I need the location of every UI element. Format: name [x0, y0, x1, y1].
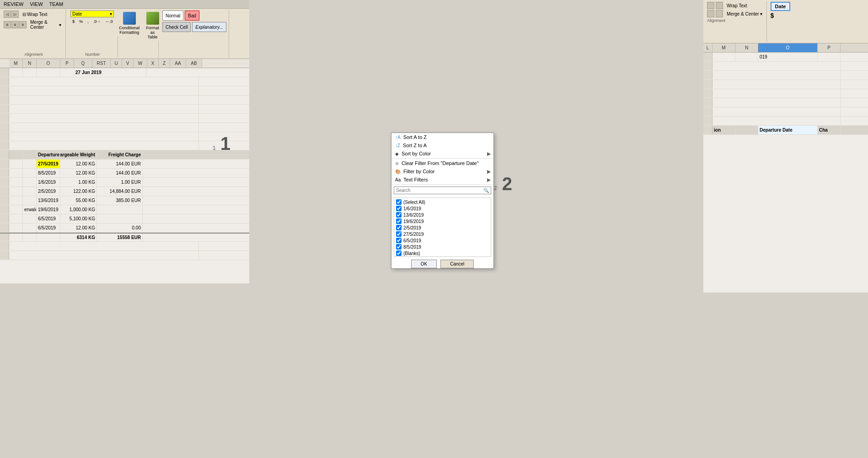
right-header-cha[interactable]: Cha — [818, 126, 841, 134]
date-d3[interactable]: 2/5/2019 — [37, 187, 60, 196]
filter-by-color-item[interactable]: 🎨 Filter by Color ▶ — [391, 167, 493, 176]
cell-empty-2[interactable] — [9, 86, 199, 95]
cell-empty-8[interactable] — [9, 141, 199, 150]
cell-empty-5[interactable] — [9, 114, 199, 122]
align-right-icon[interactable]: ≡ — [19, 21, 27, 28]
right-header-departure-date[interactable]: Departure Date — [758, 126, 818, 134]
cell-d4M[interactable] — [9, 196, 23, 205]
bad-style-button[interactable]: Bad — [185, 11, 199, 21]
checkbox-2-5-2019[interactable]: 2/5/2019 — [395, 224, 490, 231]
cell-below-2[interactable] — [9, 251, 199, 260]
right-merge-center[interactable]: Merge & Center ▾ — [724, 11, 765, 17]
right-cell-empty-4[interactable] — [713, 89, 841, 98]
checkbox-8-5-2019[interactable]: 8/5/2019 — [395, 244, 490, 250]
sort-z-to-a-item[interactable]: ↓Z Sort Z to A — [391, 141, 493, 149]
charge-d5[interactable] — [97, 205, 143, 214]
col-header-V[interactable]: V — [122, 59, 134, 68]
right-header-ion[interactable]: ion — [713, 126, 735, 134]
checkbox-blanks[interactable]: (Blanks) — [395, 250, 490, 256]
weight-d1[interactable]: 12.00 KG — [60, 169, 97, 177]
percent-btn[interactable]: % — [77, 18, 85, 25]
tab-view[interactable]: VIEW — [28, 1, 44, 7]
checkbox-2-5-2019-input[interactable] — [396, 225, 402, 230]
right-cell-empty-3[interactable] — [713, 80, 841, 89]
checkbox-27-5-2019[interactable]: 27/5/2019 — [395, 231, 490, 237]
cell-d3M[interactable] — [9, 187, 23, 196]
wrap-text-button[interactable]: ⊟ Wrap Text — [20, 11, 50, 18]
cell-totM[interactable] — [9, 234, 23, 241]
checkbox-6-5-2019[interactable]: 6/5/2019 — [395, 237, 490, 244]
cell-empty-7[interactable] — [9, 132, 199, 141]
right-col-L[interactable]: L — [703, 43, 713, 52]
total-weight[interactable]: 6314 KG — [60, 234, 97, 241]
search-input[interactable] — [396, 188, 483, 193]
weight-d5[interactable]: 1,000.00 KG — [60, 205, 97, 214]
col-header-N[interactable]: N — [23, 59, 37, 68]
col-header-W[interactable]: W — [134, 59, 147, 68]
format-as-table-button[interactable]: Format as Table — [144, 11, 161, 41]
tab-review[interactable]: REVIEW — [2, 1, 25, 7]
right-cell-empty-6[interactable] — [713, 107, 841, 116]
cell-d0N[interactable] — [23, 160, 37, 168]
date-d4[interactable]: 13/6/2019 — [37, 196, 60, 205]
indent-right-icon[interactable]: ▷ — [11, 11, 19, 18]
right-merge-center-dropdown[interactable]: ▾ — [760, 11, 762, 16]
checkbox-13-6-2019-input[interactable] — [396, 212, 402, 218]
cell-d2M[interactable] — [9, 178, 23, 186]
align-center-icon[interactable]: ≡ — [11, 21, 19, 28]
cell-hM[interactable] — [9, 150, 23, 159]
cell-empty-4[interactable] — [9, 105, 199, 113]
cell-d1M[interactable] — [9, 169, 23, 177]
right-align-icon-4[interactable] — [716, 10, 723, 17]
charge-d2[interactable]: 1.00 EUR — [97, 178, 143, 186]
date-d7[interactable]: 6/5/2019 — [37, 224, 60, 232]
weight-d3[interactable]: 122.00 KG — [60, 187, 97, 196]
comma-btn[interactable]: , — [86, 18, 91, 25]
col-header-RST[interactable]: RST — [92, 59, 111, 68]
charge-d6[interactable] — [97, 214, 143, 223]
cell-P-1[interactable] — [60, 68, 74, 77]
decimal-increase-btn[interactable]: .0→ — [91, 18, 103, 25]
right-header-m[interactable] — [735, 126, 758, 134]
date-d1[interactable]: 8/5/2019 — [37, 169, 60, 177]
weight-d2[interactable]: 1.00 KG — [60, 178, 97, 186]
checkbox-blanks-input[interactable] — [396, 250, 402, 256]
total-charge[interactable]: 15558 EUR — [97, 234, 143, 241]
right-cell-L1[interactable] — [713, 53, 735, 61]
charge-d1[interactable]: 144.00 EUR — [97, 169, 143, 177]
header-freight-charge[interactable]: Freight Charge — [97, 150, 143, 159]
weight-d7[interactable]: 12.00 KG — [60, 224, 97, 232]
charge-d3[interactable]: 14,884.00 EUR — [97, 187, 143, 196]
cell-O-1[interactable] — [37, 68, 60, 77]
check-cell-style-button[interactable]: Check Cell — [162, 22, 191, 32]
checkbox-13-6-2019[interactable]: 13/6/2019 — [395, 212, 490, 218]
right-align-icon-2[interactable] — [716, 2, 723, 9]
right-cell-M1[interactable] — [735, 53, 758, 61]
cell-totN[interactable] — [23, 234, 37, 241]
cell-d5N[interactable]: erwald — [23, 205, 37, 214]
cell-d1N[interactable] — [23, 169, 37, 177]
date-d2[interactable]: 1/6/2019 — [37, 178, 60, 186]
right-wrap-text-button[interactable]: Wrap Text — [724, 2, 750, 9]
checkbox-19-6-2019-input[interactable] — [396, 218, 402, 224]
right-cell-empty-2[interactable] — [713, 71, 841, 80]
right-partial-date[interactable]: 019 — [758, 53, 818, 61]
col-header-Z[interactable]: Z — [159, 59, 170, 68]
cancel-button[interactable]: Cancel — [440, 260, 474, 268]
right-cell-empty-5[interactable] — [713, 98, 841, 107]
decimal-decrease-btn[interactable]: ←.0 — [103, 18, 115, 25]
cell-totO[interactable] — [37, 234, 60, 241]
right-col-M[interactable]: M — [713, 43, 735, 52]
name-box-dropdown-icon[interactable]: ▾ — [110, 11, 112, 16]
charge-d7[interactable]: 0.00 — [97, 224, 143, 232]
right-align-icon-3[interactable] — [707, 10, 714, 17]
indent-left-icon[interactable]: ◁ — [4, 11, 11, 18]
checkbox-19-6-2019[interactable]: 19/6/2019 — [395, 218, 490, 224]
col-header-X[interactable]: X — [147, 59, 159, 68]
col-header-Q[interactable]: Q — [74, 59, 92, 68]
merge-center-button[interactable]: Merge & Center ▾ — [28, 19, 64, 31]
checkbox-1-6-2019-input[interactable] — [396, 206, 402, 211]
right-cell-empty-1[interactable] — [713, 62, 841, 70]
cell-d0M[interactable] — [9, 160, 23, 168]
charge-d4[interactable]: 385.00 EUR — [97, 196, 143, 205]
